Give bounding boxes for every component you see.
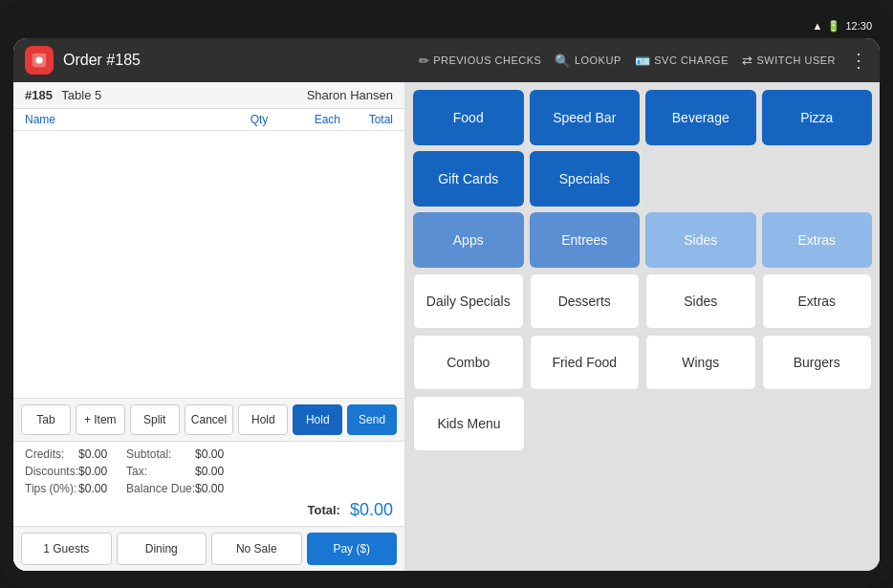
fried-food-button[interactable]: Fried Food — [530, 335, 641, 390]
previous-checks-label: PREVIOUS CHECKS — [433, 54, 541, 66]
empty-slot-2 — [762, 151, 873, 207]
totals-left-col: Credits: $0.00 Discounts: $0.00 Tips (0%… — [25, 447, 107, 497]
menu-row-0: Food Speed Bar Beverage Pizza — [413, 90, 872, 145]
lookup-label: LOOKUP — [575, 54, 621, 66]
col-header-qty: Qty — [235, 113, 283, 126]
svc-charge-btn[interactable]: 🪪 SVC CHARGE — [635, 54, 729, 68]
switch-user-label: SWITCH USER — [757, 54, 837, 66]
burgers-button[interactable]: Burgers — [762, 335, 873, 390]
tips-row: Tips (0%): $0.00 — [25, 482, 107, 495]
search-icon: 🔍 — [555, 54, 571, 68]
order-title: Order #185 — [63, 52, 409, 69]
daily-specials-button[interactable]: Daily Specials — [413, 273, 524, 329]
extras-button[interactable]: Extras — [762, 212, 873, 268]
tax-label: Tax: — [126, 465, 147, 478]
pizza-button[interactable]: Pizza — [762, 90, 873, 145]
menu-row-5: Kids Menu — [413, 396, 872, 451]
right-panel: Food Speed Bar Beverage Pizza Gift Cards… — [405, 82, 880, 571]
left-panel: #185 Table 5 Sharon Hansen Name Qty Each… — [13, 82, 405, 571]
credits-label: Credits: — [25, 447, 64, 461]
order-table: Table 5 — [58, 88, 307, 102]
bottom-buttons-row: 1 Guests Dining No Sale Pay ($) — [13, 526, 404, 571]
tips-value: $0.00 — [78, 482, 107, 495]
add-item-button[interactable]: + Item — [76, 404, 125, 435]
total-value: $0.00 — [350, 500, 393, 520]
combo-button[interactable]: Combo — [413, 335, 524, 390]
device-frame: ▲ 🔋 12:30 Order #185 ✏ PREVIOUS CHECKS 🔍… — [0, 0, 893, 588]
menu-row-2: Apps Entrees Sides Extras — [413, 212, 872, 268]
tax-row: Tax: $0.00 — [126, 465, 224, 478]
apps-button[interactable]: Apps — [413, 212, 524, 268]
pay-button[interactable]: Pay ($) — [307, 533, 398, 565]
status-bar: ▲ 🔋 12:30 — [13, 17, 880, 38]
wings-button[interactable]: Wings — [645, 335, 756, 390]
menu-row-4: Combo Fried Food Wings Burgers — [413, 335, 872, 390]
no-sale-button[interactable]: No Sale — [211, 533, 302, 565]
lookup-btn[interactable]: 🔍 LOOKUP — [555, 54, 621, 68]
sides-button[interactable]: Sides — [645, 212, 756, 268]
switch-icon: ⇄ — [742, 54, 753, 68]
extras2-button[interactable]: Extras — [762, 273, 873, 329]
credits-row: Credits: $0.00 — [25, 447, 107, 461]
previous-checks-btn[interactable]: ✏ PREVIOUS CHECKS — [419, 54, 542, 68]
food-button[interactable]: Food — [413, 90, 524, 145]
sides2-button[interactable]: Sides — [645, 273, 756, 329]
totals-area: Credits: $0.00 Discounts: $0.00 Tips (0%… — [13, 441, 404, 526]
balance-due-label: Balance Due: — [126, 482, 195, 495]
speed-bar-button[interactable]: Speed Bar — [530, 90, 641, 145]
cancel-button[interactable]: Cancel — [185, 404, 234, 435]
send-button[interactable]: Send — [347, 404, 397, 435]
top-actions: ✏ PREVIOUS CHECKS 🔍 LOOKUP 🪪 SVC CHARGE … — [419, 49, 868, 72]
empty-slot-3 — [531, 396, 641, 451]
menu-row-3: Daily Specials Desserts Sides Extras — [413, 273, 872, 329]
more-options-btn[interactable]: ⋮ — [849, 49, 868, 72]
items-area — [13, 131, 404, 398]
discounts-value: $0.00 — [78, 465, 107, 478]
totals-right-col: Subtotal: $0.00 Tax: $0.00 Balance Due: … — [126, 447, 224, 497]
subtotal-value: $0.00 — [195, 447, 224, 461]
order-user: Sharon Hansen — [307, 88, 393, 102]
card-icon: 🪪 — [635, 54, 651, 68]
entrees-button[interactable]: Entrees — [530, 212, 641, 268]
tab-button[interactable]: Tab — [21, 404, 71, 435]
discounts-label: Discounts: — [25, 465, 78, 478]
status-icons: ▲ 🔋 12:30 — [813, 20, 872, 33]
column-headers: Name Qty Each Total — [13, 109, 404, 131]
tax-value: $0.00 — [195, 465, 224, 478]
hold-button[interactable]: Hold — [238, 404, 288, 435]
svc-charge-label: SVC CHARGE — [654, 54, 729, 66]
kids-menu-button[interactable]: Kids Menu — [413, 396, 525, 451]
body-area: #185 Table 5 Sharon Hansen Name Qty Each… — [13, 82, 880, 571]
top-bar: Order #185 ✏ PREVIOUS CHECKS 🔍 LOOKUP 🪪 … — [13, 38, 880, 82]
tips-label: Tips (0%): — [25, 482, 76, 495]
empty-slot-4 — [646, 396, 756, 451]
battery-icon: 🔋 — [827, 20, 840, 33]
col-header-total: Total — [340, 113, 393, 126]
split-button[interactable]: Split — [130, 404, 180, 435]
hold-active-button[interactable]: Hold — [293, 404, 342, 435]
balance-due-row: Balance Due: $0.00 — [126, 482, 224, 495]
app-logo — [25, 46, 54, 75]
specials-button[interactable]: Specials — [530, 151, 641, 207]
beverage-button[interactable]: Beverage — [645, 90, 756, 145]
pencil-icon: ✏ — [419, 54, 430, 68]
order-header: #185 Table 5 Sharon Hansen — [13, 82, 404, 109]
col-header-each: Each — [283, 113, 340, 126]
guests-button[interactable]: 1 Guests — [21, 533, 112, 565]
empty-slot-5 — [762, 396, 872, 451]
col-header-name: Name — [25, 113, 235, 126]
svg-point-1 — [35, 56, 42, 63]
time-display: 12:30 — [845, 20, 872, 32]
order-number: #185 — [25, 88, 53, 102]
credits-value: $0.00 — [78, 447, 107, 461]
desserts-button[interactable]: Desserts — [530, 273, 641, 329]
wifi-icon: ▲ — [813, 20, 823, 32]
discounts-row: Discounts: $0.00 — [25, 465, 107, 478]
dining-button[interactable]: Dining — [117, 533, 207, 565]
total-label: Total: — [308, 503, 340, 517]
subtotal-row: Subtotal: $0.00 — [126, 447, 224, 461]
total-main-row: Total: $0.00 — [25, 500, 393, 520]
main-content: Order #185 ✏ PREVIOUS CHECKS 🔍 LOOKUP 🪪 … — [13, 38, 880, 571]
switch-user-btn[interactable]: ⇄ SWITCH USER — [742, 54, 836, 68]
gift-cards-button[interactable]: Gift Cards — [413, 151, 524, 207]
